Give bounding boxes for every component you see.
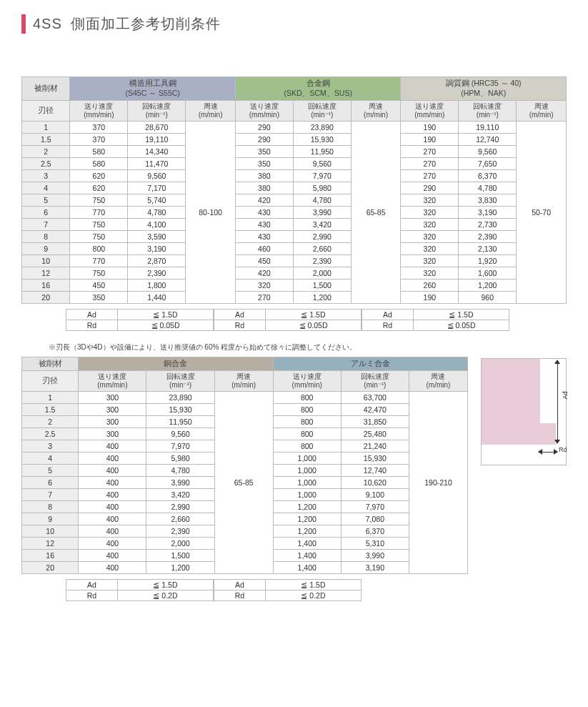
diameter-cell: 16 bbox=[22, 280, 70, 292]
feed-cell: 300 bbox=[79, 392, 146, 404]
adrd-table: Ad≦ 1.5D Rd≦ 0.05D bbox=[66, 309, 214, 331]
feed-cell: 1,000 bbox=[273, 489, 341, 501]
surface-cell: 80-100 bbox=[186, 122, 236, 304]
feed-cell: 1,200 bbox=[273, 525, 341, 538]
rd-label-cell: Rd bbox=[66, 320, 118, 331]
diameter-cell: 3 bbox=[22, 440, 79, 453]
col-rpm: 回転速度(min⁻¹) bbox=[128, 101, 186, 122]
diameter-cell: 7 bbox=[22, 219, 70, 231]
rpm-cell: 9,560 bbox=[128, 170, 186, 182]
rpm-cell: 23,890 bbox=[146, 392, 214, 404]
rd-value-cell: ≦ 0.05D bbox=[118, 320, 214, 331]
feed-cell: 370 bbox=[70, 122, 128, 134]
rpm-cell: 4,780 bbox=[146, 465, 214, 477]
header-workpiece: 被削材 bbox=[22, 357, 79, 371]
adrd-bottom-row: Ad≦ 1.5D Rd≦ 0.2D Ad≦ 1.5D Rd≦ 0.2D bbox=[21, 577, 468, 601]
feed-cell: 320 bbox=[401, 194, 459, 207]
col-feed: 送り速度(mm/min) bbox=[235, 101, 293, 122]
col-surface: 周速(m/min) bbox=[214, 371, 273, 392]
ad-label-cell: Ad bbox=[66, 580, 118, 590]
rpm-cell: 3,420 bbox=[293, 219, 351, 231]
col-surface: 周速(m/min) bbox=[409, 371, 467, 392]
rpm-cell: 2,000 bbox=[293, 267, 351, 280]
feed-cell: 270 bbox=[401, 170, 459, 182]
rpm-cell: 3,830 bbox=[459, 194, 517, 207]
rpm-cell: 11,950 bbox=[146, 416, 214, 428]
rpm-cell: 1,500 bbox=[293, 280, 351, 292]
col-rpm: 回転速度(min⁻¹) bbox=[146, 371, 214, 392]
rpm-cell: 7,170 bbox=[128, 182, 186, 194]
rpm-cell: 3,420 bbox=[146, 489, 214, 501]
col-surface: 周速(m/min) bbox=[351, 101, 401, 122]
feed-cell: 260 bbox=[401, 280, 459, 292]
feed-cell: 270 bbox=[235, 292, 293, 304]
rpm-cell: 1,500 bbox=[146, 550, 214, 562]
feed-cell: 450 bbox=[235, 255, 293, 267]
feed-cell: 320 bbox=[401, 243, 459, 255]
page-title: 4SS側面加工参考切削条件 bbox=[21, 14, 567, 34]
col-feed: 送り速度(mm/min) bbox=[401, 101, 459, 122]
feed-cell: 770 bbox=[70, 207, 128, 219]
ad-label-cell: Ad bbox=[362, 310, 414, 320]
feed-cell: 400 bbox=[79, 453, 146, 465]
feed-cell: 400 bbox=[79, 513, 146, 525]
rd-label-cell: Rd bbox=[66, 590, 118, 601]
feed-cell: 190 bbox=[401, 122, 459, 134]
rpm-cell: 3,590 bbox=[128, 231, 186, 243]
feed-cell: 420 bbox=[235, 267, 293, 280]
feed-cell: 320 bbox=[401, 255, 459, 267]
rd-value-cell: ≦ 0.05D bbox=[414, 320, 509, 331]
feed-cell: 400 bbox=[79, 550, 146, 562]
rd-dimension-arrow bbox=[539, 449, 557, 456]
col-rpm: 回転速度(min⁻¹) bbox=[293, 101, 351, 122]
adrd-table: Ad≦ 1.5D Rd≦ 0.05D bbox=[362, 309, 509, 331]
diameter-cell: 8 bbox=[22, 231, 70, 243]
feed-cell: 1,000 bbox=[273, 465, 341, 477]
feed-cell: 1,200 bbox=[273, 513, 341, 525]
feed-cell: 370 bbox=[70, 134, 128, 146]
diameter-cell: 2.5 bbox=[22, 158, 70, 170]
rpm-cell: 12,740 bbox=[341, 465, 409, 477]
diameter-cell: 4 bbox=[22, 182, 70, 194]
rpm-cell: 3,190 bbox=[128, 243, 186, 255]
diameter-cell: 2.5 bbox=[22, 428, 79, 440]
rpm-cell: 28,670 bbox=[128, 122, 186, 134]
rpm-cell: 3,990 bbox=[146, 477, 214, 489]
rpm-cell: 6,370 bbox=[459, 170, 517, 182]
feed-cell: 350 bbox=[70, 292, 128, 304]
rpm-cell: 11,470 bbox=[128, 158, 186, 170]
diameter-cell: 20 bbox=[22, 562, 79, 574]
feed-cell: 270 bbox=[401, 146, 459, 158]
feed-cell: 750 bbox=[70, 219, 128, 231]
ad-value-cell: ≦ 1.5D bbox=[414, 310, 509, 320]
ad-label: Ad bbox=[561, 391, 568, 399]
diameter-cell: 12 bbox=[22, 538, 79, 550]
feed-cell: 300 bbox=[79, 428, 146, 440]
feed-cell: 400 bbox=[79, 501, 146, 513]
feed-cell: 270 bbox=[401, 158, 459, 170]
diameter-cell: 7 bbox=[22, 489, 79, 501]
rd-label: Rd bbox=[559, 446, 567, 453]
col-rpm: 回転速度(min⁻¹) bbox=[341, 371, 409, 392]
feed-cell: 430 bbox=[235, 219, 293, 231]
diameter-cell: 1.5 bbox=[22, 134, 70, 146]
rpm-cell: 9,560 bbox=[459, 146, 517, 158]
rpm-cell: 14,340 bbox=[128, 146, 186, 158]
diameter-cell: 1 bbox=[22, 392, 79, 404]
feed-cell: 320 bbox=[401, 219, 459, 231]
feed-cell: 190 bbox=[401, 134, 459, 146]
rpm-cell: 4,780 bbox=[128, 207, 186, 219]
ad-value-cell: ≦ 1.5D bbox=[118, 310, 214, 320]
rpm-cell: 19,110 bbox=[459, 122, 517, 134]
feed-cell: 400 bbox=[79, 489, 146, 501]
material-header: 調質鋼 (HRC35 ～ 40)(HPM、NAK) bbox=[401, 77, 567, 101]
title-text: 側面加工参考切削条件 bbox=[71, 16, 221, 31]
rpm-cell: 6,370 bbox=[341, 525, 409, 538]
adrd-top-row: Ad≦ 1.5D Rd≦ 0.05D Ad≦ 1.5D Rd≦ 0.05D Ad… bbox=[21, 307, 567, 331]
col-surface: 周速(m/min) bbox=[517, 101, 567, 122]
ad-value-cell: ≦ 1.5D bbox=[266, 580, 362, 590]
diameter-cell: 8 bbox=[22, 501, 79, 513]
rpm-cell: 1,200 bbox=[293, 292, 351, 304]
rpm-cell: 3,990 bbox=[341, 550, 409, 562]
feed-cell: 350 bbox=[235, 146, 293, 158]
